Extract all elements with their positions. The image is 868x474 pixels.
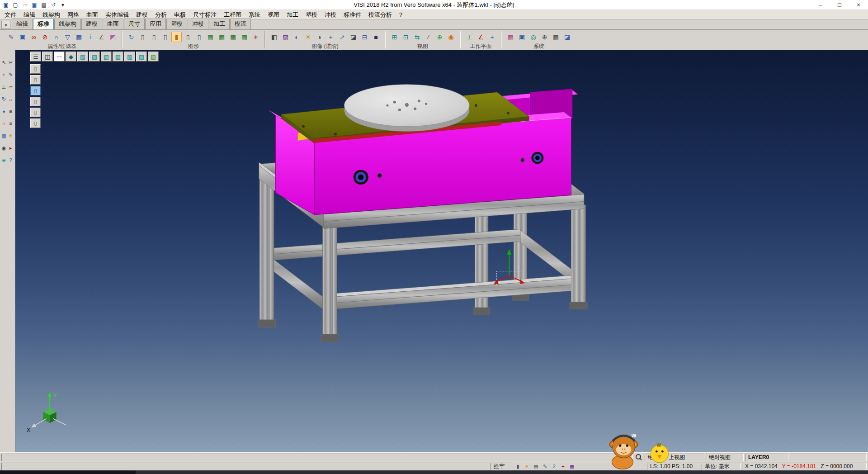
undo-icon[interactable]: ↺ [49,1,57,9]
disc-model[interactable] [344,85,469,132]
arrow-select-icon[interactable]: ↗ [337,32,347,42]
ribbon-tab[interactable]: 线架构 [54,19,81,29]
absolute-view-field[interactable]: 绝对视图 [706,454,744,461]
open-folder-icon[interactable]: ▱ [21,1,29,9]
target-icon[interactable]: ◉ [1,145,7,151]
windows-taskbar-sliver[interactable] [0,470,868,474]
dynamic-rotate-icon[interactable]: ⊕ [434,32,445,42]
sheet-grid-icon-4[interactable]: ▦ [239,32,250,42]
magnet-icon[interactable]: ∩ [1,120,7,127]
sheet-grid-icon-3[interactable]: ▦ [228,32,238,42]
crosshair-icon[interactable]: + [1,71,7,78]
render-mode-icon[interactable]: ◧ [269,32,279,42]
ribbon-tab[interactable]: 应用 [145,19,166,29]
menu-item[interactable]: 线架构 [39,10,64,19]
menu-item[interactable]: 工程图 [220,10,245,19]
menu-item[interactable]: 曲面 [83,10,102,19]
tab-dropdown-icon[interactable]: ▾ [1,21,10,29]
view-top-icon[interactable]: ▧ [101,52,112,62]
qat-menu-caret-icon[interactable]: ▾ [59,1,67,9]
snap-settings-icon[interactable]: ⊕ [539,32,550,42]
menu-item[interactable]: 网格 [64,10,83,19]
help-icon[interactable]: ? [8,157,14,163]
view-preset-icon-1[interactable]: ▯ [30,64,41,74]
view-right-icon[interactable]: ▧ [124,52,135,62]
ribbon-tab[interactable]: 尺寸 [124,19,145,29]
view-shaded-icon[interactable]: ▧ [148,52,159,62]
dynamic-zoom-icon[interactable]: ◉ [446,32,456,42]
layer-bar-icon-2[interactable]: ▯ [149,32,159,42]
view-front-icon[interactable]: ▧ [89,52,100,62]
grid-config-icon[interactable]: ▦ [551,32,561,42]
menu-item[interactable]: 加工 [283,10,302,19]
layers-icon[interactable]: ≡ [8,120,14,127]
save-icon[interactable]: ▣ [30,1,38,9]
globe-icon[interactable]: ◎ [528,32,538,42]
element-filter-icon[interactable]: ▦ [74,32,84,42]
palette-icon[interactable]: ▦ [568,463,576,470]
lighting-icon[interactable]: ☀ [303,32,313,42]
app-logo[interactable]: ▣ [2,1,10,9]
ribbon-tab[interactable]: 模流 [230,19,251,29]
sheet-grid-icon-1[interactable]: ▦ [205,32,216,42]
clip-plane-icon[interactable]: ⊟ [359,32,370,42]
ribbon-tab[interactable]: 加工 [209,19,230,29]
play-icon[interactable]: ▸ [8,145,14,151]
workplane-icon[interactable]: ⊥ [464,32,475,42]
view-back-icon[interactable]: ▧ [136,52,147,62]
pointer-icon[interactable]: ↖ [1,59,7,66]
light-toggle-icon[interactable]: ☀ [523,463,531,470]
printer-icon[interactable]: ▤ [532,463,540,470]
menu-item[interactable]: 尺寸标注 [189,10,220,19]
layer-bar-icon-5[interactable]: ▯ [194,32,204,42]
pick-plane-icon[interactable]: ◆ [66,52,76,62]
workplane-edit-icon[interactable]: ∠ [476,32,486,42]
paint-attributes-icon[interactable]: ◩ [108,32,118,42]
menu-item[interactable]: 塑模 [302,10,321,19]
menu-item[interactable]: 标准件 [340,10,365,19]
layer-bar-icon-1[interactable]: ▯ [137,32,148,42]
move-icon[interactable]: ↔ [8,96,14,102]
shading-toggle-icon[interactable]: ▮ [171,32,182,42]
snap-icon[interactable]: ⊕ [1,157,7,163]
view-preset-icon-5[interactable]: ▯ [30,108,41,117]
break-link-icon[interactable]: ⊘ [40,32,50,42]
view-layout-icon[interactable]: ◫ [42,52,53,62]
pencil-icon[interactable]: ✎ [8,71,14,78]
view-preset-icon-6[interactable]: ▯ [30,118,41,128]
menu-item[interactable]: 冲模 [321,10,340,19]
maximize-button[interactable]: □ [830,0,849,9]
color-palette-icon[interactable]: ▦ [505,32,516,42]
pan-view-icon[interactable]: ⇆ [412,32,422,42]
sheet-grid-icon-2[interactable]: ▦ [217,32,227,42]
fit-view-icon[interactable]: ⊞ [389,32,400,42]
section-view-icon[interactable]: ◪ [348,32,359,42]
menu-item[interactable]: 视图 [264,10,283,19]
sketch-line-icon[interactable]: ∕ [423,32,434,42]
view-preset-icon-3[interactable]: ▯ [30,86,41,95]
light-icon[interactable]: ☀ [8,133,14,139]
scene-canvas[interactable]: Y X [15,50,868,452]
zoom-window-icon[interactable]: ⊡ [401,32,411,42]
view-preset-icon-4[interactable]: ▯ [30,97,41,106]
edit-attributes-icon[interactable]: ✎ [6,32,16,42]
redraw-icon[interactable]: ↻ [126,32,137,42]
menu-item[interactable]: ? [396,10,406,19]
scissors-icon[interactable]: ✂ [8,59,14,66]
shadow-icon[interactable]: ◑ [314,32,325,42]
view-left-icon[interactable]: ▧ [113,52,123,62]
snap-lock-icon[interactable]: ▮ [514,463,522,470]
viewport-count-badge[interactable]: 2 [550,463,558,470]
ribbon-tab[interactable]: 编辑 [12,19,33,29]
cube-icon[interactable]: ■ [8,108,14,114]
menu-item[interactable]: 系统 [245,10,264,19]
advanced-settings-icon[interactable]: + [326,32,336,42]
ribbon-tab[interactable]: 建模 [81,19,102,29]
element-info-icon[interactable]: i [85,32,95,42]
filter-funnel-icon[interactable]: ▽ [62,32,73,42]
material-icon[interactable]: ◐ [292,32,302,42]
explode-view-icon[interactable]: ∗ [250,32,261,42]
ribbon-tab[interactable]: 曲面 [103,19,123,29]
ribbon-tab[interactable]: 标准 [33,19,54,29]
menu-item[interactable]: 编辑 [20,10,39,19]
